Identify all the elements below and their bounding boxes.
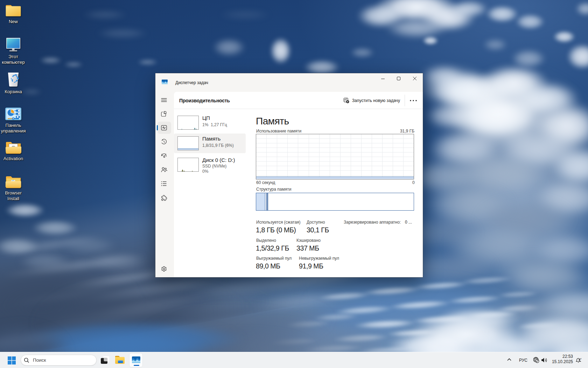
svg-text:z: z (580, 357, 581, 360)
